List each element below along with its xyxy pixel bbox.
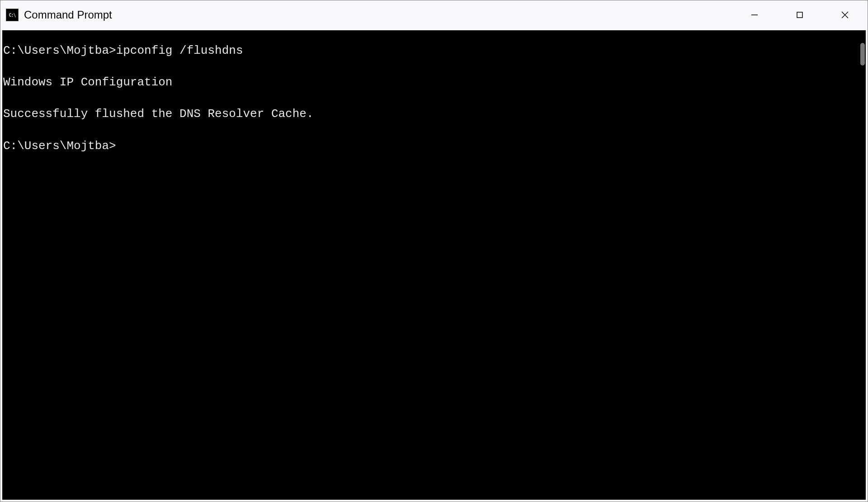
scrollbar-thumb[interactable]: [860, 43, 865, 66]
maximize-icon: [796, 11, 804, 19]
close-button[interactable]: [822, 0, 868, 29]
terminal-line: C:\Users\Mojtba>ipconfig /flushdns: [2, 43, 855, 59]
command-prompt-window: C:\ Command Prompt C:\Users\Moj: [0, 0, 868, 502]
window-title: Command Prompt: [24, 9, 112, 21]
window-controls: [732, 0, 868, 29]
terminal-output[interactable]: C:\Users\Mojtba>ipconfig /flushdns Windo…: [2, 30, 855, 500]
terminal-container: C:\Users\Mojtba>ipconfig /flushdns Windo…: [2, 30, 866, 500]
titlebar[interactable]: C:\ Command Prompt: [0, 0, 868, 29]
terminal-line: Successfully flushed the DNS Resolver Ca…: [2, 106, 855, 122]
app-icon: C:\: [6, 9, 19, 21]
minimize-button[interactable]: [732, 0, 777, 29]
maximize-button[interactable]: [777, 0, 822, 29]
terminal-line: C:\Users\Mojtba>: [2, 138, 855, 154]
terminal-line: [2, 59, 855, 75]
terminal-line: Windows IP Configuration: [2, 75, 855, 90]
terminal-line: [2, 122, 855, 138]
minimize-icon: [750, 11, 759, 19]
app-icon-label: C:\: [9, 13, 15, 18]
terminal-line: [2, 90, 855, 106]
svg-rect-1: [797, 12, 802, 18]
close-icon: [840, 10, 849, 19]
scrollbar-track[interactable]: [855, 30, 866, 500]
